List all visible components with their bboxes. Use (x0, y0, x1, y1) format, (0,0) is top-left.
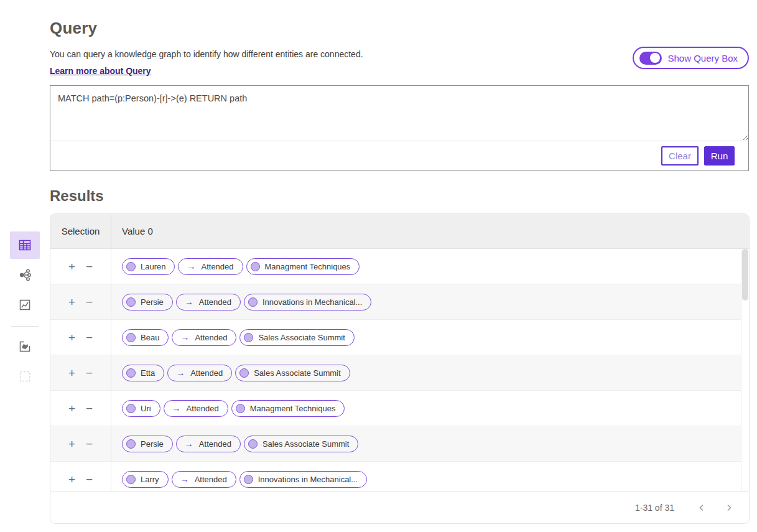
remove-row-button[interactable]: − (85, 261, 94, 273)
remove-row-button[interactable]: − (85, 474, 94, 485)
add-row-button[interactable]: + (67, 367, 77, 379)
graph-view-icon (17, 268, 32, 282)
table-view-button[interactable] (10, 231, 40, 259)
selection-cell: + − (50, 284, 111, 319)
edge-pill[interactable]: → Attended (172, 329, 236, 346)
edge-label: Attended (195, 475, 227, 484)
add-row-button[interactable]: + (67, 438, 77, 450)
remove-row-button[interactable]: − (85, 296, 94, 308)
target-node-pill[interactable]: Innovations in Mechanical... (244, 294, 371, 310)
source-node-pill[interactable]: Persie (122, 436, 173, 452)
edge-pill[interactable]: → Attended (176, 294, 241, 310)
remove-row-button[interactable]: − (85, 438, 94, 450)
edge-label: Attended (190, 368, 223, 378)
query-page: Query You can query a knowledge graph to… (0, 0, 757, 532)
target-node-pill[interactable]: Innovations in Mechanical... (239, 471, 367, 488)
query-panel: MATCH path=(p:Person)-[r]->(e) RETURN pa… (50, 85, 749, 171)
source-node-pill[interactable]: Beau (122, 329, 169, 346)
query-input[interactable]: MATCH path=(p:Person)-[r]->(e) RETURN pa… (50, 86, 748, 141)
toggle-label: Show Query Box (667, 53, 738, 63)
page-header: Query You can query a knowledge graph to… (0, 0, 757, 77)
graph-view-button[interactable] (10, 261, 40, 289)
add-row-button[interactable]: + (67, 296, 77, 308)
source-node-label: Beau (141, 333, 159, 342)
add-row-button[interactable]: + (67, 332, 77, 343)
page-title: Query (50, 19, 749, 38)
learn-more-link[interactable]: Learn more about Query (50, 66, 151, 76)
target-node-label: Sales Associate Summit (258, 333, 345, 342)
chart-view-button[interactable] (10, 291, 40, 319)
pagination-range: 1-31 of 31 (635, 503, 674, 513)
remove-row-button[interactable]: − (85, 403, 94, 414)
show-query-box-toggle[interactable]: Show Query Box (633, 47, 749, 69)
value-cell: Lauren → Attended Managment Techniques (111, 258, 360, 275)
target-node-label: Sales Associate Summit (262, 439, 349, 449)
target-node-pill[interactable]: Sales Associate Summit (239, 329, 354, 346)
source-node-label: Uri (141, 404, 151, 413)
edge-pill[interactable]: → Attended (176, 436, 241, 452)
source-node-label: Lauren (141, 262, 165, 271)
table-row: + − Persie → Attended (50, 426, 741, 462)
edge-pill[interactable]: → Attended (164, 400, 228, 417)
source-node-pill[interactable]: Uri (122, 400, 160, 417)
next-page-button[interactable] (722, 501, 736, 515)
target-node-label: Innovations in Mechanical... (258, 475, 358, 484)
value-cell: Beau → Attended Sales Associate Summit (111, 329, 355, 346)
target-node-pill[interactable]: Sales Associate Summit (235, 365, 350, 381)
node-icon (126, 439, 136, 449)
source-node-pill[interactable]: Persie (122, 294, 173, 310)
table-row: + − Beau → Attended (50, 320, 741, 355)
remove-row-button[interactable]: − (85, 367, 94, 379)
clear-button[interactable]: Clear (661, 146, 699, 166)
results-table: Selection Value 0 + − Lauren (50, 213, 750, 524)
target-node-label: Managment Techniques (265, 262, 351, 271)
query-actions: Clear Run (50, 141, 748, 170)
add-row-button[interactable]: + (67, 261, 77, 273)
source-node-pill[interactable]: Lauren (122, 258, 175, 275)
page-description: You can query a knowledge graph to ident… (50, 49, 363, 59)
selection-cell: + − (50, 355, 111, 390)
column-header-value: Value 0 (111, 226, 153, 236)
remove-row-button[interactable]: − (85, 332, 94, 343)
edge-pill[interactable]: → Attended (167, 365, 232, 381)
node-icon (244, 475, 253, 484)
value-cell: Persie → Attended Sales Associate Summit (111, 436, 358, 452)
value-cell: Larry → Attended Innovations in Mechanic… (111, 471, 367, 488)
arrow-right-icon: → (172, 404, 181, 413)
edge-label: Attended (199, 297, 231, 307)
source-node-label: Persie (141, 297, 164, 307)
toggle-switch-icon[interactable] (639, 52, 662, 65)
add-row-button[interactable]: + (67, 474, 77, 485)
target-node-label: Managment Techniques (250, 404, 336, 413)
selection-cell: + − (50, 249, 111, 284)
target-node-pill[interactable]: Managment Techniques (231, 400, 345, 417)
chart-view-icon (18, 298, 32, 312)
table-view-icon (17, 238, 32, 253)
node-icon (126, 404, 136, 413)
selection-cell: + − (50, 391, 111, 426)
chevron-left-icon (698, 503, 705, 512)
previous-page-button[interactable] (694, 501, 709, 515)
edge-pill[interactable]: → Attended (172, 471, 236, 488)
arrow-right-icon: → (180, 333, 189, 342)
source-node-pill[interactable]: Larry (122, 471, 169, 488)
map-view-button[interactable] (10, 333, 40, 360)
target-node-pill[interactable]: Sales Associate Summit (244, 436, 358, 452)
target-node-pill[interactable]: Managment Techniques (246, 258, 360, 275)
node-icon (236, 404, 245, 413)
target-node-label: Innovations in Mechanical... (262, 297, 362, 307)
table-body: + − Lauren → Attended (50, 248, 749, 491)
arrow-right-icon: → (185, 297, 193, 306)
add-row-button[interactable]: + (67, 403, 77, 414)
selection-cell: + − (50, 426, 111, 461)
run-button[interactable]: Run (704, 146, 735, 166)
source-node-label: Persie (141, 439, 164, 449)
table-scrollbar-track (741, 249, 749, 491)
source-node-pill[interactable]: Etta (122, 365, 164, 381)
table-scrollbar-thumb[interactable] (742, 249, 748, 301)
node-icon (244, 333, 253, 342)
node-icon (126, 333, 136, 342)
arrow-right-icon: → (176, 368, 185, 377)
edge-pill[interactable]: → Attended (178, 258, 243, 275)
value-cell: Persie → Attended Innovations in Mechani… (111, 294, 371, 310)
